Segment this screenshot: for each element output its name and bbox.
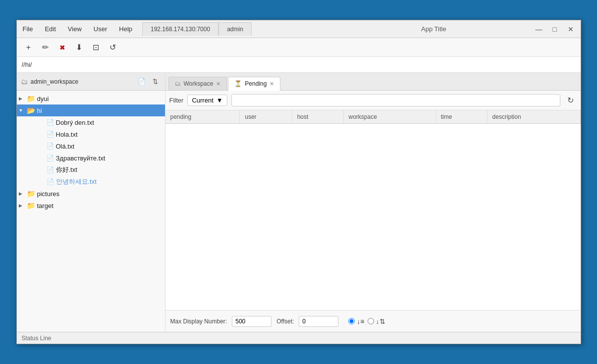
- title-tabs: 192.168.174.130:7000 admin: [142, 22, 336, 36]
- toolbar: + ✏ ✖ ⬇ ⊡ ↺: [17, 38, 581, 57]
- tab-workspace[interactable]: 🗂 Workspace ✕: [168, 77, 227, 90]
- content-pane: 🗂 Workspace ✕ ⏳ Pending ✕ Filter Current…: [165, 73, 581, 332]
- menu-file[interactable]: File: [17, 21, 39, 37]
- tree-item-hi[interactable]: ▼ 📂 hi: [17, 104, 165, 116]
- workspace-label: admin_workspace: [31, 78, 133, 85]
- title-tab-admin[interactable]: admin: [218, 22, 252, 36]
- main-window: File Edit View User Help 192.168.174.130…: [16, 20, 581, 344]
- tree-item-zdravstvujte[interactable]: 📄 Здравствуйте.txt: [17, 152, 165, 164]
- sort-asc-radio[interactable]: [348, 318, 355, 324]
- refresh-button[interactable]: ↻: [564, 95, 577, 106]
- tree-arrow-target: ▶: [19, 203, 27, 208]
- tree-label-dobry: Dobrý den.txt: [56, 119, 94, 126]
- file-icon-dobry: 📄: [47, 119, 54, 126]
- tree-item-ola[interactable]: 📄 Olá.txt: [17, 140, 165, 152]
- file-icon-zdravstvujte: 📄: [47, 155, 54, 161]
- sidebar: 🗂 admin_workspace 📄 ⇅ ▶ 📁 dyui ▼ 📂 hi: [17, 73, 165, 332]
- menu-view[interactable]: View: [62, 21, 88, 37]
- minimize-button[interactable]: —: [531, 22, 547, 36]
- sidebar-tree: ▶ 📁 dyui ▼ 📂 hi 📄 Dobrý den.txt: [17, 91, 165, 332]
- folder-icon-dyui: 📁: [27, 95, 35, 103]
- max-display-input[interactable]: [232, 316, 271, 327]
- menu-edit[interactable]: Edit: [39, 21, 61, 37]
- titlebar: File Edit View User Help 192.168.174.130…: [17, 20, 581, 38]
- tree-item-hola[interactable]: 📄 Hola.txt: [17, 128, 165, 140]
- tree-item-target[interactable]: ▶ 📁 target: [17, 200, 165, 211]
- col-time: time: [435, 110, 487, 124]
- addressbar: [17, 57, 581, 73]
- app-title: App Title: [336, 25, 531, 33]
- tree-label-annyeong: 안녕하세요.txt: [56, 177, 97, 186]
- file-icon-annyeong: 📄: [47, 178, 54, 185]
- pending-tab-icon: ⏳: [234, 80, 242, 87]
- close-button[interactable]: ✕: [563, 22, 579, 36]
- menu-user[interactable]: User: [88, 21, 113, 37]
- tree-label-nihao: 你好.txt: [56, 165, 77, 174]
- sort-icon[interactable]: ⇅: [150, 76, 161, 87]
- refresh-toolbar-button[interactable]: ↺: [106, 41, 120, 54]
- edit-button[interactable]: ✏: [39, 41, 53, 54]
- folder-icon: 🗂: [21, 78, 28, 86]
- file-icon-hola: 📄: [47, 131, 54, 138]
- status-bar: Status Line: [17, 332, 581, 344]
- download-button[interactable]: ⬇: [72, 41, 86, 54]
- address-input[interactable]: [22, 61, 576, 68]
- tree-arrow-pictures: ▶: [19, 191, 27, 196]
- file-icon-ola: 📄: [47, 143, 54, 150]
- filter-label: Filter: [169, 97, 184, 104]
- tree-label-target: target: [37, 202, 54, 209]
- tree-label-hola: Hola.txt: [56, 131, 78, 138]
- new-file-icon[interactable]: 📄: [136, 76, 147, 87]
- file-icon-nihao: 📄: [47, 166, 54, 173]
- menu-help[interactable]: Help: [113, 21, 138, 37]
- offset-input[interactable]: [299, 316, 338, 327]
- tree-label-dyui: dyui: [37, 95, 49, 103]
- folder-icon-hi: 📂: [27, 106, 35, 114]
- sort-asc-icon: ↓≡: [357, 317, 364, 325]
- workspace-tab-icon: 🗂: [175, 80, 181, 87]
- sort-desc-radio[interactable]: [368, 318, 374, 324]
- close-item-button[interactable]: ✖: [55, 41, 69, 54]
- sort-radio-group: ↓≡ ↓⇅: [348, 317, 385, 325]
- tab-pending[interactable]: ⏳ Pending ✕: [228, 77, 280, 91]
- status-text: Status Line: [22, 335, 52, 342]
- menu-bar: File Edit View User Help: [17, 21, 139, 37]
- col-user: user: [240, 110, 292, 124]
- tree-item-pictures[interactable]: ▶ 📁 pictures: [17, 188, 165, 200]
- bottom-bar: Max Display Number: Offset: ↓≡ ↓⇅: [165, 310, 581, 332]
- offset-label: Offset:: [276, 318, 294, 325]
- filter-selected-value: Current: [192, 97, 213, 104]
- table-container: pending user host workspace time descrip…: [165, 110, 581, 310]
- tree-item-dobry[interactable]: 📄 Dobrý den.txt: [17, 116, 165, 128]
- title-tab-server[interactable]: 192.168.174.130:7000: [142, 22, 218, 36]
- filter-bar: Filter Current ▼ ↻: [165, 91, 581, 110]
- col-host: host: [292, 110, 343, 124]
- sort-asc-option[interactable]: ↓≡: [348, 317, 364, 325]
- sort-desc-option[interactable]: ↓⇅: [368, 317, 385, 325]
- add-button[interactable]: +: [22, 41, 36, 54]
- window-controls: — □ ✕: [531, 22, 579, 36]
- maximize-button[interactable]: □: [547, 22, 563, 36]
- save-button[interactable]: ⊡: [89, 41, 103, 54]
- sidebar-header: 🗂 admin_workspace 📄 ⇅: [17, 73, 165, 91]
- folder-icon-pictures: 📁: [27, 190, 35, 198]
- col-description: description: [487, 110, 580, 124]
- tree-item-nihao[interactable]: 📄 你好.txt: [17, 164, 165, 176]
- filter-dropdown-arrow: ▼: [217, 97, 223, 104]
- tree-item-dyui[interactable]: ▶ 📁 dyui: [17, 93, 165, 104]
- max-display-label: Max Display Number:: [170, 318, 227, 325]
- tab-pending-label: Pending: [245, 80, 267, 87]
- filter-search-input[interactable]: [231, 94, 560, 106]
- filter-dropdown[interactable]: Current ▼: [187, 95, 227, 106]
- workspace-tab-close[interactable]: ✕: [216, 81, 220, 87]
- tree-arrow-dyui: ▶: [19, 96, 27, 101]
- col-workspace: workspace: [343, 110, 435, 124]
- tree-label-ola: Olá.txt: [56, 143, 75, 150]
- pending-tab-close[interactable]: ✕: [270, 81, 274, 87]
- tree-item-annyeong[interactable]: 📄 안녕하세요.txt: [17, 176, 165, 188]
- tree-label-hi: hi: [37, 107, 42, 114]
- tree-arrow-hi: ▼: [19, 108, 27, 113]
- tree-label-zdravstvujte: Здравствуйте.txt: [56, 155, 106, 162]
- tree-label-pictures: pictures: [37, 190, 60, 198]
- tabs-bar: 🗂 Workspace ✕ ⏳ Pending ✕: [165, 73, 581, 91]
